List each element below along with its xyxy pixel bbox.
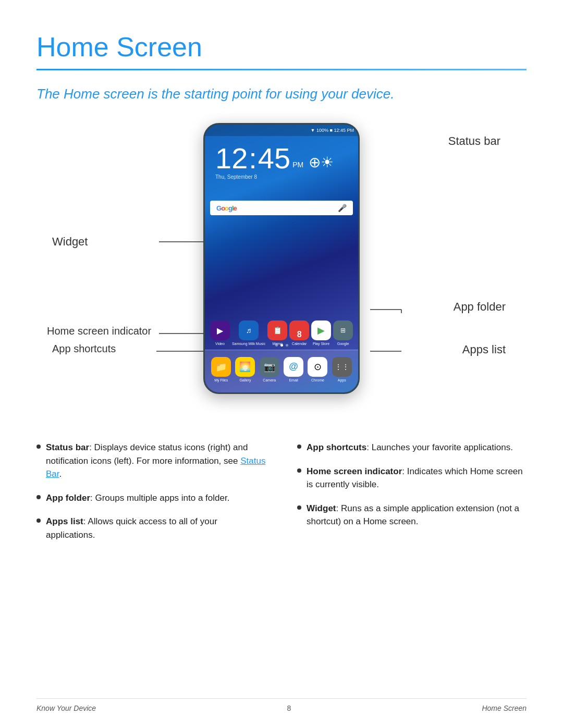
playstore-icon: ▶ xyxy=(311,320,331,340)
bullet-widget xyxy=(297,505,301,510)
chrome-icon: ⊙ xyxy=(308,357,327,377)
myfiles-label: My Files xyxy=(214,378,228,382)
app-item-myfiles[interactable]: 📁 My Files xyxy=(211,357,231,382)
clock-date: Thu, September 8 xyxy=(215,174,348,180)
weather-icon: ⊕☀ xyxy=(309,154,334,171)
app-item-google-folder[interactable]: ⊞ Google xyxy=(333,320,353,346)
phone-screen: ▼ 100% ■ 12:45 PM 12 : 45 PM ⊕☀ Thu, Sep… xyxy=(205,125,358,392)
app-item-apps[interactable]: ⋮⋮ Apps xyxy=(332,357,352,382)
google-folder-icon: ⊞ xyxy=(333,320,353,340)
label-widget: Widget xyxy=(52,235,88,249)
camera-icon: 📷 xyxy=(260,357,279,377)
google-search-widget[interactable]: Google 🎤 xyxy=(210,201,353,215)
clock-min: 45 xyxy=(258,144,290,173)
clock-time: 12 : 45 PM ⊕☀ xyxy=(215,144,348,173)
video-icon: ▶ xyxy=(210,320,230,340)
app-item-gallery[interactable]: 🌅 Gallery xyxy=(235,357,255,382)
clock-hour: 12 xyxy=(215,144,248,173)
phone-mockup: ▼ 100% ■ 12:45 PM 12 : 45 PM ⊕☀ Thu, Sep… xyxy=(203,123,360,394)
app-item-playstore[interactable]: ▶ Play Store xyxy=(311,320,331,346)
desc-app-shortcuts: App shortcuts: Launches your favorite ap… xyxy=(297,441,527,454)
desc-text-widget: Widget: Runs as a simple application ext… xyxy=(307,502,527,528)
desc-text-app-shortcuts: App shortcuts: Launches your favorite ap… xyxy=(307,441,513,454)
bullet-app-folder xyxy=(36,495,41,499)
desc-status-bar: Status bar: Displays device status icons… xyxy=(36,441,266,481)
description-col-left: Status bar: Displays device status icons… xyxy=(36,441,266,541)
page-subtitle: The Home screen is the starting point fo… xyxy=(36,86,527,102)
label-status-bar: Status bar xyxy=(448,134,500,148)
bullet-status-bar xyxy=(36,445,41,449)
bullet-apps-list xyxy=(36,519,41,523)
chrome-label: Chrome xyxy=(311,378,324,382)
desc-home-indicator: Home screen indicator: Indicates which H… xyxy=(297,465,527,491)
description-col-right: App shortcuts: Launches your favorite ap… xyxy=(297,441,527,541)
memo-icon: 📋 xyxy=(267,320,287,340)
footer-left: Know Your Device xyxy=(36,704,96,712)
calendar-icon: 8 xyxy=(289,320,309,340)
apps-row: ▶ Video ♬ Samsung Milk Music 📋 xyxy=(205,320,358,346)
status-bar-link[interactable]: Status Bar xyxy=(46,456,265,479)
bullet-home-indicator xyxy=(297,468,301,473)
email-icon: @ xyxy=(284,357,303,377)
footer-page-number: 8 xyxy=(287,704,291,712)
label-app-folder: App folder xyxy=(454,300,506,314)
page: Home Screen The Home screen is the start… xyxy=(0,0,563,728)
phone-status-bar: ▼ 100% ■ 12:45 PM xyxy=(205,125,358,136)
email-label: Email xyxy=(289,378,298,382)
label-app-shortcuts: App shortcuts xyxy=(52,343,116,355)
desc-text-apps-list: Apps list: Allows quick access to all of… xyxy=(46,515,266,541)
app-item-chrome[interactable]: ⊙ Chrome xyxy=(308,357,327,382)
desc-apps-list: Apps list: Allows quick access to all of… xyxy=(36,515,266,541)
app-item-email[interactable]: @ Email xyxy=(284,357,303,382)
app-item-music[interactable]: ♬ Samsung Milk Music xyxy=(232,320,265,346)
indicator-dots xyxy=(205,344,358,347)
dot-2-active xyxy=(280,344,283,347)
desc-app-folder: App folder: Groups multiple apps into a … xyxy=(36,491,266,505)
mic-icon: 🎤 xyxy=(338,204,347,212)
app-item-memo[interactable]: 📋 Memo xyxy=(267,320,287,346)
apps-icon: ⋮⋮ xyxy=(332,357,352,377)
phone-dock: 📁 My Files 🌅 Gallery 📷 C xyxy=(205,350,358,392)
myfiles-icon: 📁 xyxy=(211,357,231,377)
desc-text-home-indicator: Home screen indicator: Indicates which H… xyxy=(307,465,527,491)
music-icon: ♬ xyxy=(239,320,259,340)
label-apps-list: Apps list xyxy=(462,343,506,356)
label-home-indicator: Home screen indicator xyxy=(47,325,151,337)
page-title: Home Screen xyxy=(36,31,527,63)
phone-clock-widget: 12 : 45 PM ⊕☀ Thu, September 8 xyxy=(205,136,358,182)
dot-3 xyxy=(286,344,288,347)
desc-text-status-bar: Status bar: Displays device status icons… xyxy=(46,441,266,481)
app-item-camera[interactable]: 📷 Camera xyxy=(260,357,279,382)
gallery-icon: 🌅 xyxy=(235,357,255,377)
google-logo: Google xyxy=(216,204,237,212)
footer-right: Home Screen xyxy=(482,704,527,712)
dot-1 xyxy=(275,344,278,347)
desc-text-app-folder: App folder: Groups multiple apps into a … xyxy=(46,491,229,505)
desc-widget: Widget: Runs as a simple application ext… xyxy=(297,502,527,528)
status-bar-text: ▼ 100% ■ 12:45 PM xyxy=(311,128,354,133)
page-footer: Know Your Device 8 Home Screen xyxy=(36,698,527,712)
apps-label: Apps xyxy=(338,378,346,382)
app-item-calendar[interactable]: 8 Calendar xyxy=(289,320,309,346)
clock-colon: : xyxy=(249,144,257,173)
bullet-app-shortcuts xyxy=(297,445,301,449)
description-section: Status bar: Displays device status icons… xyxy=(36,441,527,541)
title-divider xyxy=(36,69,527,70)
camera-label: Camera xyxy=(263,378,276,382)
clock-ampm: PM xyxy=(292,161,303,169)
app-item-video[interactable]: ▶ Video xyxy=(210,320,230,346)
diagram-section: ▼ 100% ■ 12:45 PM 12 : 45 PM ⊕☀ Thu, Sep… xyxy=(36,123,527,415)
gallery-label: Gallery xyxy=(239,378,251,382)
